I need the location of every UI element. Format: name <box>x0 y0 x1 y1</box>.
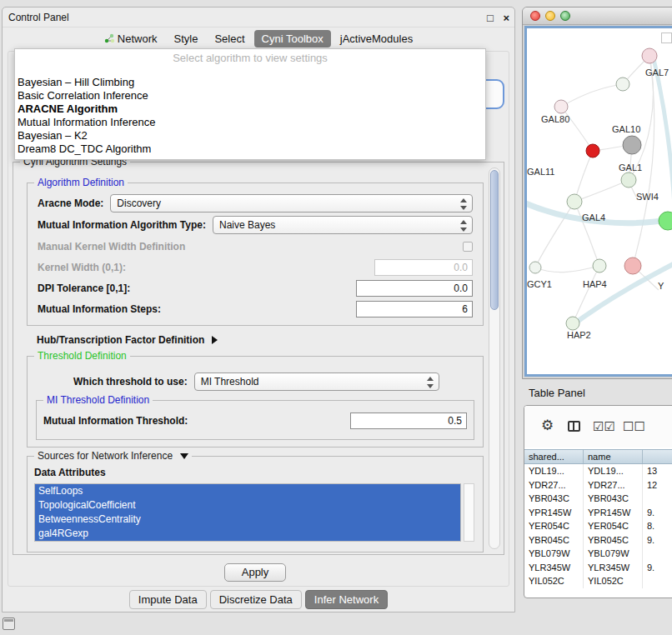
tab-cyni-toolbox[interactable]: Cyni Toolbox <box>254 30 331 48</box>
network-node[interactable] <box>567 194 582 209</box>
network-node[interactable] <box>586 144 599 158</box>
kernel-width-input[interactable] <box>374 259 473 276</box>
sources-group-title[interactable]: Sources for Network Inference <box>34 450 192 462</box>
mi-threshold-row: Mutual Information Threshold: <box>43 411 467 431</box>
attribute-item[interactable]: SelfLoops <box>35 484 460 498</box>
tab-jactivemodules[interactable]: jActiveModules <box>333 30 420 48</box>
close-icon[interactable]: × <box>503 12 509 24</box>
aracne-mode-value: Discovery <box>111 198 161 209</box>
aracne-mode-select[interactable]: Discovery <box>110 194 473 212</box>
table-cell: YDR27... <box>584 478 643 492</box>
table-row[interactable]: YDL19...YDL19...13 <box>524 464 672 478</box>
table-row[interactable]: YIL052CYIL052C <box>524 574 672 588</box>
tab-select[interactable]: Select <box>207 30 252 48</box>
table-cell: YBR043C <box>524 492 584 506</box>
control-panel-title: Control Panel <box>8 12 69 23</box>
network-node[interactable] <box>566 317 579 330</box>
mi-threshold-input[interactable] <box>350 412 467 429</box>
gear-icon[interactable]: ⚙ <box>541 417 554 434</box>
network-view-window: GAL7GAL80GAL10GAL1GAL11SWI4GAL4GCY1HAP4Y… <box>522 7 672 379</box>
network-node[interactable] <box>593 259 606 272</box>
algorithm-option[interactable]: Dream8 DC_TDC Algorithm <box>15 142 485 156</box>
network-node[interactable] <box>529 262 541 273</box>
tab-infer-network[interactable]: Infer Network <box>305 590 388 609</box>
hub-tf-definition-expander[interactable]: Hub/Transcription Factor Definition <box>37 334 218 346</box>
restore-panel-icon[interactable] <box>3 618 15 630</box>
network-window-titlebar[interactable] <box>523 8 672 25</box>
table-row[interactable]: YBL079WYBL079W <box>524 547 672 561</box>
attribute-item[interactable]: gal4RGexp <box>35 527 460 541</box>
table-row[interactable]: YLR345WYLR345W9. <box>524 561 672 575</box>
kernel-width-label: Kernel Width (0,1): <box>38 262 126 273</box>
algorithm-option[interactable]: ARACNE Algorithm <box>15 102 485 116</box>
network-node[interactable] <box>621 172 636 188</box>
node-label: GAL4 <box>582 212 605 222</box>
algorithm-option[interactable]: Mutual Information Inference <box>15 116 485 129</box>
tab-network[interactable]: Network <box>97 30 165 48</box>
algorithm-option[interactable]: Bayesian – K2 <box>15 129 485 142</box>
column-header[interactable]: shared... <box>524 450 584 463</box>
data-attributes-label: Data Attributes <box>34 467 106 478</box>
network-node[interactable] <box>642 48 657 63</box>
table-row[interactable]: YPR145WYPR145W9. <box>524 506 672 520</box>
canvas-scrollbar-corner[interactable] <box>661 32 672 43</box>
table-cell: 9. <box>643 561 672 575</box>
which-threshold-row: Which threshold to use: MI Threshold <box>73 372 439 392</box>
network-node[interactable] <box>554 100 568 113</box>
dropdown-arrows-icon <box>459 198 469 211</box>
apply-button[interactable]: Apply <box>224 563 286 582</box>
table-cell: YBR043C <box>584 492 643 506</box>
columns-icon[interactable] <box>568 421 580 432</box>
table-row[interactable]: YDR27...YDR27...12 <box>524 478 672 492</box>
column-header[interactable]: name <box>584 450 643 463</box>
close-traffic-light[interactable] <box>530 11 540 21</box>
algorithm-option[interactable]: Bayesian – Hill Climbing <box>15 76 485 89</box>
tab-style[interactable]: Style <box>167 30 206 48</box>
which-threshold-select[interactable]: MI Threshold <box>194 372 439 391</box>
settings-scrollbar-thumb[interactable] <box>490 170 499 310</box>
table-cell: YBR045C <box>584 533 643 548</box>
mi-steps-row: Mutual Information Steps: <box>38 299 473 319</box>
control-panel-window: Control Panel □ × NetworkStyleSelectCyni… <box>2 7 515 612</box>
dropdown-arrows-icon <box>459 219 469 232</box>
select-all-icon[interactable]: ☑☑ <box>593 419 615 434</box>
algorithm-option[interactable]: Basic Correlation Inference <box>15 89 485 102</box>
table-body: YDL19...YDL19...13YDR27...YDR27...12YBR0… <box>524 464 672 588</box>
table-row[interactable]: YBR045CYBR045C9. <box>524 533 672 548</box>
mi-steps-input[interactable] <box>356 301 473 318</box>
deselect-all-icon[interactable]: ☐☐ <box>623 419 645 434</box>
settings-scrollbar[interactable] <box>489 168 500 549</box>
network-node[interactable] <box>616 78 629 91</box>
attribute-item[interactable]: BetweennessCentrality <box>35 512 460 527</box>
tab-discretize-data[interactable]: Discretize Data <box>210 590 302 609</box>
control-panel-titlebar[interactable]: Control Panel □ × <box>3 8 514 28</box>
column-header[interactable] <box>643 450 672 463</box>
algorithm-definition-group: Algorithm Definition Aracne Mode: Discov… <box>27 182 484 326</box>
table-cell: YBL079W <box>524 547 584 561</box>
table-row[interactable]: YBR043CYBR043C <box>524 492 672 506</box>
tab-label: Select <box>214 32 244 45</box>
table-row[interactable]: YER054CYER054C8. <box>524 519 672 533</box>
table-cell: YDL19... <box>584 464 643 478</box>
minimize-traffic-light[interactable] <box>545 11 555 21</box>
algorithm-dropdown-popup: Select algorithm to view settings Bayesi… <box>14 48 486 160</box>
which-threshold-label: Which threshold to use: <box>73 376 188 388</box>
network-node[interactable] <box>623 136 641 154</box>
float-window-icon[interactable]: □ <box>487 12 494 24</box>
network-node[interactable] <box>659 212 672 230</box>
data-attributes-list[interactable]: SelfLoopsTopologicalCoefficientBetweenne… <box>34 483 461 542</box>
attribute-item[interactable]: TopologicalCoefficient <box>35 498 460 512</box>
attributes-list-scrollbar[interactable] <box>464 483 474 542</box>
network-node[interactable] <box>624 258 641 274</box>
zoom-traffic-light[interactable] <box>560 11 570 21</box>
dpi-tolerance-input[interactable] <box>356 280 473 297</box>
manual-kernel-label: Manual Kernel Width Definition <box>38 241 185 252</box>
manual-kernel-checkbox[interactable] <box>463 242 473 252</box>
mi-algorithm-type-label: Mutual Information Algorithm Type: <box>38 219 206 231</box>
tab-impute-data[interactable]: Impute Data <box>129 590 207 609</box>
mi-algorithm-type-select[interactable]: Naive Bayes <box>213 216 473 234</box>
dpi-tolerance-label: DPI Tolerance [0,1]: <box>38 282 130 294</box>
network-canvas[interactable]: GAL7GAL80GAL10GAL1GAL11SWI4GAL4GCY1HAP4Y… <box>527 28 672 374</box>
node-table: shared...name YDL19...YDL19...13YDR27...… <box>524 449 672 588</box>
node-label: HAP4 <box>583 279 607 289</box>
